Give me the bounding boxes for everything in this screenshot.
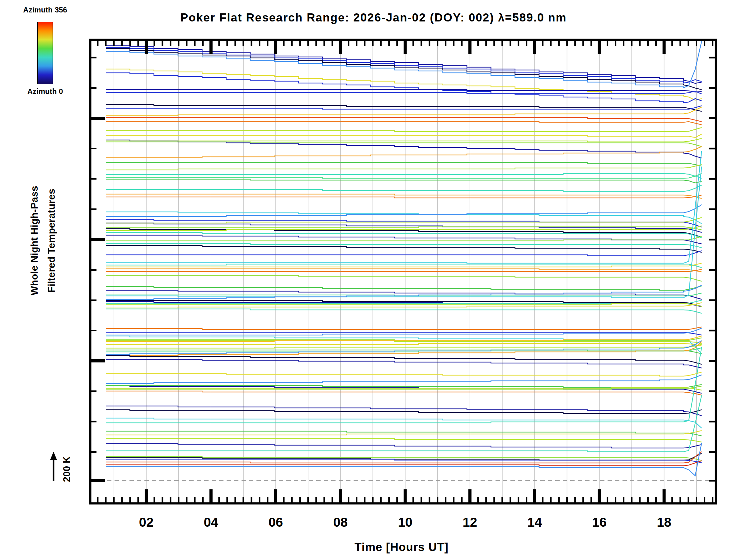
temperature-trace bbox=[106, 162, 701, 166]
temperature-trace bbox=[106, 384, 701, 387]
temperature-trace bbox=[106, 387, 701, 390]
temperature-trace bbox=[106, 332, 701, 335]
temperature-trace bbox=[106, 391, 701, 395]
temperature-trace bbox=[106, 134, 701, 137]
temperature-trace bbox=[106, 309, 701, 313]
temperature-trace bbox=[106, 359, 701, 368]
x-tick-label-08: 08 bbox=[322, 515, 359, 530]
scale-arrow-head bbox=[50, 452, 57, 460]
temperature-trace bbox=[106, 142, 701, 146]
x-tick-label-06: 06 bbox=[257, 515, 294, 530]
temperature-trace bbox=[106, 372, 701, 376]
temperature-trace bbox=[106, 121, 701, 125]
temperature-trace bbox=[106, 73, 701, 103]
x-axis-label: Time [Hours UT] bbox=[0, 541, 747, 554]
temperature-trace bbox=[106, 293, 701, 296]
temperature-trace bbox=[106, 327, 701, 329]
temperature-trace bbox=[106, 355, 701, 364]
temperature-trace bbox=[106, 341, 701, 355]
temperature-trace bbox=[106, 443, 701, 448]
temperature-trace bbox=[106, 185, 701, 191]
temperature-trace bbox=[106, 138, 701, 142]
temperature-trace bbox=[106, 69, 701, 100]
temperature-trace bbox=[106, 395, 701, 452]
temperature-trace bbox=[106, 344, 701, 346]
temperature-trace bbox=[106, 91, 701, 94]
temperature-trace bbox=[106, 375, 701, 383]
temperature-trace bbox=[106, 344, 701, 348]
temperature-trace bbox=[106, 338, 701, 341]
x-tick-label-10: 10 bbox=[387, 515, 424, 530]
temperature-trace bbox=[106, 245, 701, 252]
temperature-trace bbox=[106, 205, 701, 216]
temperature-trace bbox=[106, 195, 701, 198]
x-tick-label-18: 18 bbox=[646, 515, 683, 530]
temperature-trace bbox=[106, 146, 701, 158]
temperature-trace bbox=[106, 251, 701, 256]
temperature-trace bbox=[106, 89, 701, 92]
temperature-trace bbox=[106, 275, 701, 281]
x-tick-label-16: 16 bbox=[581, 515, 618, 530]
x-tick-label-12: 12 bbox=[451, 515, 489, 530]
x-tick-label-14: 14 bbox=[516, 515, 553, 530]
temperature-trace bbox=[106, 179, 701, 183]
x-tick-label-02: 02 bbox=[128, 515, 165, 530]
x-tick-label-04: 04 bbox=[192, 515, 230, 530]
temperature-trace bbox=[106, 439, 701, 442]
temperature-trace bbox=[106, 341, 701, 344]
temperature-trace bbox=[106, 128, 701, 132]
temperature-trace bbox=[106, 286, 701, 290]
plot-canvas: Poker Flat Research Range: 2026-Jan-02 (… bbox=[0, 0, 747, 560]
temperature-trace bbox=[106, 236, 701, 241]
temperature-trace bbox=[106, 165, 701, 170]
chart-svg bbox=[0, 0, 747, 560]
